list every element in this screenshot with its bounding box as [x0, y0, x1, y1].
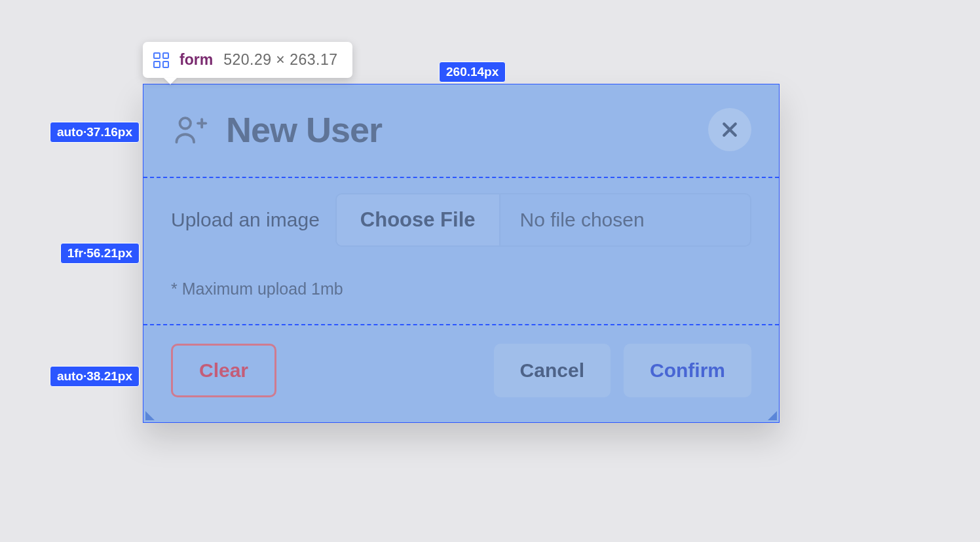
file-input[interactable]: Choose File No file chosen	[335, 193, 751, 247]
inspected-element-dimensions: 520.29 × 263.17	[223, 51, 337, 69]
grid-row-size-badge: 1fr·56.21px	[60, 243, 140, 264]
svg-point-0	[180, 118, 191, 128]
choose-file-button[interactable]: Choose File	[337, 194, 500, 245]
close-icon	[720, 120, 740, 139]
clear-button[interactable]: Clear	[171, 344, 276, 397]
inspected-element-name: form	[179, 51, 213, 69]
upload-label: Upload an image	[171, 209, 320, 231]
devtools-element-tooltip: form 520.29 × 263.17	[143, 42, 352, 78]
page-title: New User	[226, 109, 382, 150]
resize-handle-icon	[768, 411, 777, 420]
resize-handle-icon	[145, 411, 155, 420]
upload-row: Upload an image Choose File No file chos…	[171, 193, 751, 247]
form-body: Upload an image Choose File No file chos…	[143, 173, 779, 325]
upload-hint: * Maximum upload 1mb	[171, 280, 751, 298]
cancel-button[interactable]: Cancel	[494, 344, 611, 397]
new-user-form: New User Upload an image Choose File No …	[143, 84, 780, 423]
close-button[interactable]	[708, 108, 751, 151]
user-plus-icon	[171, 111, 209, 149]
form-actions: Clear Cancel Confirm	[143, 325, 779, 422]
grid-row-size-badge: auto·38.21px	[50, 366, 140, 387]
confirm-button[interactable]: Confirm	[624, 344, 751, 397]
file-input-status: No file chosen	[500, 194, 750, 245]
form-header: New User	[143, 84, 779, 173]
grid-column-size-badge: 260.14px	[439, 62, 506, 82]
grid-row-size-badge: auto·37.16px	[50, 122, 140, 143]
grid-icon	[153, 52, 169, 68]
